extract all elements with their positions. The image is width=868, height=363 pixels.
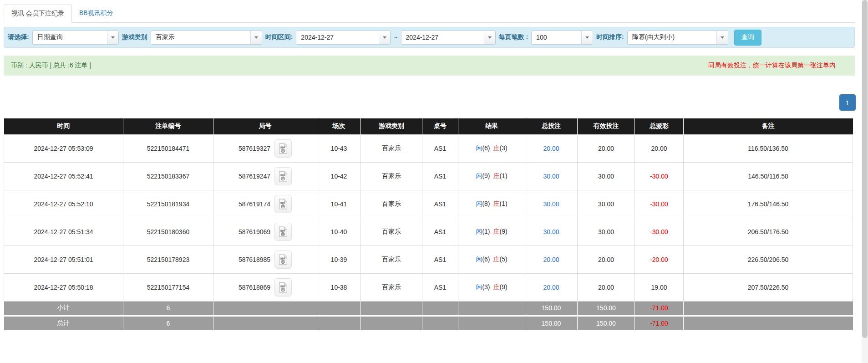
filter-bar: 请选择: 日期查询 游戏类别 百家乐 时间区间: 2024-12-27 ~ 20… xyxy=(4,27,855,48)
tab-bar: 视讯 会员下注纪录 BB视讯积分 xyxy=(4,5,855,23)
bet-id-cell: 522150184471 xyxy=(123,134,213,162)
video-file-icon xyxy=(279,171,288,182)
total-payout: -71.00 xyxy=(635,316,684,330)
date-to-value: 2024-12-27 xyxy=(401,31,484,44)
scrollbar-thumb[interactable] xyxy=(862,0,868,338)
session-cell: 10-40 xyxy=(317,218,361,245)
subtotal-valid-bet: 150.00 xyxy=(578,301,635,316)
banker-result: 庄 xyxy=(493,228,500,235)
result-cell: 闲(3)庄(9) xyxy=(458,273,525,301)
bet-id-cell: 522150177154 xyxy=(123,273,213,301)
note-cell: 206.50/176.50 xyxy=(684,218,853,245)
total-bet-link[interactable]: 30.00 xyxy=(543,228,559,235)
empty-cell xyxy=(422,301,458,316)
game-type-value: 百家乐 xyxy=(151,31,250,44)
page-1-button[interactable]: 1 xyxy=(839,94,856,111)
round-cell: 587619174 xyxy=(213,190,317,218)
caret-down-icon[interactable] xyxy=(379,31,390,44)
game-type-select[interactable]: 百家乐 xyxy=(151,31,262,45)
search-button[interactable]: 查询 xyxy=(734,30,761,46)
round-id: 587618985 xyxy=(239,256,270,263)
subtotal-label: 小计 xyxy=(4,301,123,316)
empty-cell xyxy=(684,301,853,316)
query-type-value: 日期查询 xyxy=(33,31,107,44)
tab-bb-video-points[interactable]: BB视讯积分 xyxy=(72,5,121,22)
video-replay-button[interactable] xyxy=(274,251,292,269)
game-type-cell: 百家乐 xyxy=(361,273,422,301)
video-replay-button[interactable] xyxy=(274,139,292,158)
total-bet-link[interactable]: 20.00 xyxy=(543,256,559,263)
total-bet-link[interactable]: 20.00 xyxy=(543,145,559,152)
banker-result: 庄 xyxy=(493,256,500,263)
note-cell: 176.50/146.50 xyxy=(684,190,853,218)
video-file-icon xyxy=(279,199,288,210)
game-type-cell: 百家乐 xyxy=(361,134,422,162)
empty-cell xyxy=(317,301,361,316)
round-cell: 587619247 xyxy=(213,162,317,190)
betting-records-page: 视讯 会员下注纪录 BB视讯积分 请选择: 日期查询 游戏类别 百家乐 时间区间… xyxy=(0,0,862,330)
caret-down-icon[interactable] xyxy=(716,31,728,44)
time-cell: 2024-12-27 05:51:01 xyxy=(4,245,123,273)
empty-cell xyxy=(684,316,853,330)
sort-order-select[interactable]: 降幂(由大到小) xyxy=(627,31,728,45)
column-header-total-bet: 总投注 xyxy=(525,118,578,134)
round-id: 587619174 xyxy=(239,200,270,208)
round-cell: 587618869 xyxy=(213,273,317,301)
subtotal-payout: -71.00 xyxy=(635,301,684,316)
round-id: 587619247 xyxy=(239,173,270,180)
table-row: 2024-12-27 05:51:34 522150180360 5876190… xyxy=(4,218,853,245)
total-bet-cell: 30.00 xyxy=(525,162,578,190)
caret-down-icon[interactable] xyxy=(107,31,118,44)
date-from-input[interactable]: 2024-12-27 xyxy=(296,31,391,45)
column-header-payout: 总派彩 xyxy=(635,118,684,134)
round-cell: 587619069 xyxy=(213,218,317,245)
video-replay-button[interactable] xyxy=(274,278,292,297)
range-separator: ~ xyxy=(394,34,397,41)
total-bet-link[interactable]: 20.00 xyxy=(543,284,559,291)
caret-down-icon[interactable] xyxy=(484,31,495,44)
query-type-select[interactable]: 日期查询 xyxy=(32,31,119,45)
column-header-session: 场次 xyxy=(317,118,361,134)
tab-video-betting-records[interactable]: 视讯 会员下注纪录 xyxy=(4,5,72,23)
player-result: 闲 xyxy=(476,172,482,179)
empty-cell xyxy=(422,316,458,330)
subtotal-total-bet: 150.00 xyxy=(525,301,578,316)
payout-cell: -30.00 xyxy=(635,162,684,190)
total-bet-cell: 20.00 xyxy=(525,245,578,273)
table-no-cell: AS1 xyxy=(422,190,458,218)
table-row: 2024-12-27 05:52:41 522150183367 5876192… xyxy=(4,162,853,190)
video-file-icon xyxy=(279,282,288,293)
video-replay-button[interactable] xyxy=(274,167,292,185)
game-type-label: 游戏类别 xyxy=(122,33,147,41)
result-cell: 闲(1)庄(9) xyxy=(458,218,525,245)
betting-records-table: 时间 注单编号 局号 场次 游戏类别 桌号 结果 总投注 有效投注 总派彩 备注… xyxy=(4,118,853,330)
query-type-label: 请选择: xyxy=(8,33,29,41)
video-replay-button[interactable] xyxy=(274,195,292,213)
video-file-icon xyxy=(279,226,288,237)
date-to-input[interactable]: 2024-12-27 xyxy=(401,31,496,45)
total-total-bet: 150.00 xyxy=(525,316,578,330)
round-id: 587619069 xyxy=(239,228,270,235)
pagination: 1 xyxy=(4,94,856,111)
total-bet-cell: 20.00 xyxy=(525,273,578,301)
session-cell: 10-43 xyxy=(317,134,361,162)
video-file-icon xyxy=(279,143,288,154)
column-header-table-no: 桌号 xyxy=(422,118,458,134)
table-no-cell: AS1 xyxy=(422,134,458,162)
page-size-select[interactable]: 100 xyxy=(531,31,593,45)
payout-cell: -30.00 xyxy=(635,218,684,245)
caret-down-icon[interactable] xyxy=(250,31,262,44)
total-bet-cell: 20.00 xyxy=(525,134,578,162)
page-size-label: 每页笔数 : xyxy=(499,33,528,41)
total-bet-link[interactable]: 30.00 xyxy=(543,200,559,208)
result-cell: 闲(6)庄(3) xyxy=(458,134,525,162)
vertical-scrollbar[interactable] xyxy=(862,0,868,363)
empty-cell xyxy=(213,316,317,330)
caret-down-icon[interactable] xyxy=(581,31,593,44)
total-bet-link[interactable]: 30.00 xyxy=(543,173,559,180)
player-result: 闲 xyxy=(476,283,482,291)
video-replay-button[interactable] xyxy=(274,223,292,241)
bet-id-cell: 522150181934 xyxy=(123,190,213,218)
table-row: 2024-12-27 05:52:10 522150181934 5876191… xyxy=(4,190,853,218)
table-row: 2024-12-27 05:50:18 522150177154 5876188… xyxy=(4,273,853,301)
